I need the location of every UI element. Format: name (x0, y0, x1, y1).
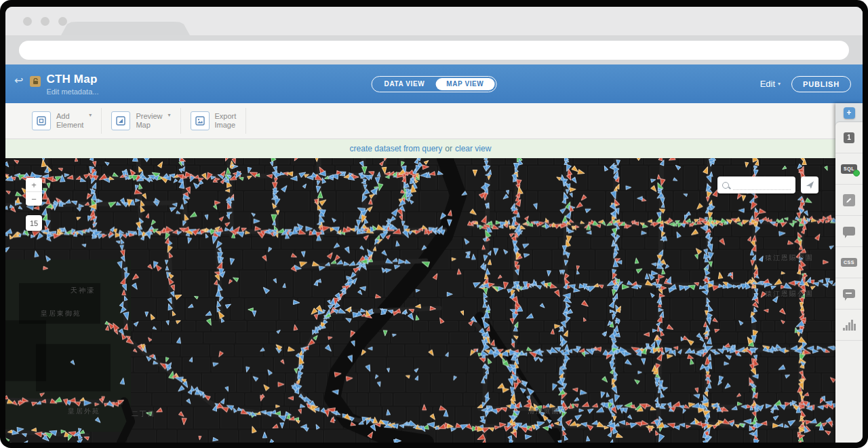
notice-bar: create dataset from query or clear view (5, 139, 835, 158)
edit-metadata-link[interactable]: Edit metadata... (46, 88, 98, 96)
chevron-down-icon: ▾ (168, 112, 171, 118)
edit-menu-label: Edit (760, 79, 775, 89)
sidebar-top: + (835, 103, 863, 122)
sidebar-item-wizard[interactable] (835, 185, 863, 216)
legend-bubble-icon (843, 289, 855, 298)
preview-map-label: Preview Map (136, 112, 162, 130)
preview-map-button[interactable]: Preview Map ▾ (102, 108, 180, 134)
window-dot-icon (58, 17, 67, 26)
window-dot-icon (23, 17, 32, 26)
map-search (717, 176, 795, 193)
map-title[interactable]: CTH Map (46, 73, 98, 86)
histogram-icon (843, 320, 856, 331)
header-right: Edit ▾ PUBLISH (760, 64, 851, 103)
url-bar[interactable] (19, 41, 849, 60)
window-dot-icon (41, 17, 50, 26)
export-image-label: Export Image (215, 112, 237, 130)
title-block: CTH Map Edit metadata... (46, 73, 98, 96)
sidebar-item-css[interactable]: CSS (835, 247, 863, 278)
add-element-button[interactable]: Add Element ▾ (22, 108, 102, 134)
sidebar-item-sql[interactable]: SQL (835, 153, 863, 185)
url-strip (5, 35, 863, 64)
tab-map-view[interactable]: MAP VIEW (435, 78, 494, 90)
notice-conjunction: or (445, 144, 452, 153)
toolbar: Add Element ▾ Preview (5, 103, 835, 139)
chevron-down-icon: ▾ (89, 112, 92, 118)
export-image-icon (191, 111, 210, 130)
create-dataset-link[interactable]: create dataset from query (350, 144, 443, 153)
header-left: ↩ CTH Map Edit metadata... (5, 73, 98, 96)
pencil-icon (843, 194, 855, 206)
zoom-out-button[interactable]: − (26, 191, 42, 206)
preview-map-icon (111, 111, 130, 130)
browser-window: ↩ CTH Map Edit metadata... DATA VIEW MAP… (5, 7, 863, 443)
clear-view-link[interactable]: clear view (455, 144, 491, 153)
export-image-button[interactable]: Export Image (181, 108, 247, 134)
sidebar-panel: 1 SQL (835, 122, 863, 443)
content-column: Add Element ▾ Preview (5, 103, 835, 443)
back-icon[interactable]: ↩ (14, 75, 23, 86)
publish-button[interactable]: PUBLISH (791, 76, 851, 92)
zoom-control: + − (26, 178, 42, 206)
speech-bubble-icon (843, 227, 855, 236)
view-toggle: DATA VIEW MAP VIEW (372, 76, 497, 92)
status-dot-icon (853, 170, 860, 176)
tab-data-view[interactable]: DATA VIEW (374, 78, 436, 90)
main-row: Add Element ▾ Preview (5, 103, 863, 443)
chevron-down-icon: ▾ (778, 81, 781, 87)
sidebar-item-infowindow[interactable] (835, 216, 863, 247)
privacy-lock-icon[interactable] (30, 76, 41, 87)
layer-count-badge: 1 (844, 132, 854, 143)
css-icon: CSS (841, 258, 857, 267)
sidebar-item-filters[interactable] (835, 310, 863, 341)
search-input[interactable] (733, 180, 791, 190)
send-icon (806, 181, 814, 189)
zoom-level-badge: 15 (26, 215, 42, 231)
sidebar: + 1 SQL (835, 103, 863, 443)
sql-icon: SQL (841, 164, 857, 174)
browser-frame: ↩ CTH Map Edit metadata... DATA VIEW MAP… (0, 0, 868, 448)
add-element-icon (32, 111, 51, 130)
zoom-in-button[interactable]: + (26, 178, 42, 191)
add-layer-button[interactable]: + (844, 107, 855, 119)
search-icon (722, 182, 729, 189)
app-header: ↩ CTH Map Edit metadata... DATA VIEW MAP… (5, 64, 863, 103)
traffic-light-dots (23, 17, 67, 26)
add-element-label: Add Element (56, 112, 83, 130)
edit-menu[interactable]: Edit ▾ (760, 79, 781, 89)
browser-topbar (5, 7, 863, 35)
map-view[interactable]: 天神濠皇居東御苑皇居外苑二丁目猿江恩賜公園猿江恩賜公園清澄庭園 + − 15 (5, 158, 835, 443)
map-canvas[interactable] (5, 158, 835, 443)
sidebar-item-legend[interactable] (835, 278, 863, 310)
locate-button[interactable] (801, 176, 818, 193)
browser-tab[interactable] (61, 22, 190, 35)
sidebar-item-layer[interactable]: 1 (835, 122, 863, 153)
